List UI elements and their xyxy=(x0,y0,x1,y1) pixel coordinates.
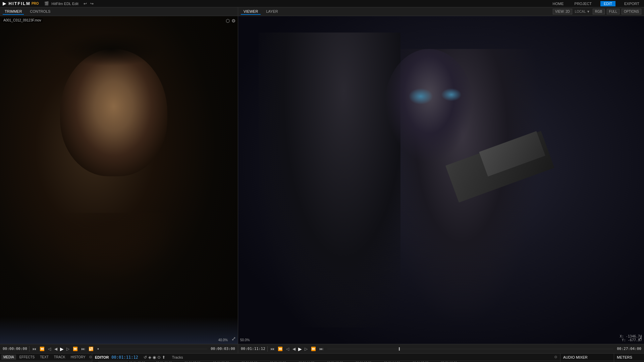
file-icon: 🎬 xyxy=(44,1,49,6)
viewer-controls-bar: VIEWER LAYER VIEW: 2D LOCAL ▼ RGB FULL O… xyxy=(238,7,644,16)
tracks-label: Tracks xyxy=(172,355,183,359)
hair-shadow xyxy=(59,33,163,66)
viewer-tab-viewer[interactable]: VIEWER xyxy=(241,9,261,15)
editor-transport-controls: ↺ ◈ ◉ ⊙ ⬆ xyxy=(144,355,165,360)
trimmer-tab[interactable]: TRIMMER xyxy=(3,9,24,15)
viewer-time-start: 00:01:11:12 xyxy=(241,347,265,351)
media-tab-track[interactable]: TRACK xyxy=(52,355,67,360)
figure-right xyxy=(259,33,401,327)
separator-1 xyxy=(29,346,30,352)
viewer-expand-btn[interactable]: ⤢ xyxy=(638,336,642,342)
viewer-options-group: VIEW: 2D LOCAL ▼ RGB FULL OPTIONS xyxy=(553,9,641,14)
viewer-play-btn[interactable]: ▶ xyxy=(298,346,302,352)
meters-title: METERS xyxy=(617,355,632,359)
nav-export[interactable]: EXPORT xyxy=(622,1,641,6)
source-video-frame xyxy=(0,16,238,344)
redo-button[interactable]: ↪ xyxy=(89,1,95,6)
source-step-fwd-btn[interactable]: ⏩ xyxy=(72,347,78,351)
media-tab-text[interactable]: TEXT xyxy=(38,355,51,360)
viewer-preview: X: -1346.74 Y: -677.37 50.0% ⤢ xyxy=(238,16,644,344)
source-prev-frame-btn[interactable]: ⏮ xyxy=(32,347,37,351)
editor-settings-icon[interactable]: ⚙ xyxy=(554,355,557,359)
full-view-btn[interactable]: FULL xyxy=(607,9,620,14)
main-container: TRIMMER CONTROLS A001_C012_09123F.mov ⚙ … xyxy=(0,7,644,353)
logo-hitfilm: ▶ HITFILM xyxy=(3,1,31,6)
editor-panel: EDITOR 00:01:11:12 ↺ ◈ ◉ ⊙ ⬆ Tracks ⚙ ◈ … xyxy=(92,354,560,362)
lower-shadow xyxy=(48,213,175,280)
undo-redo-group: ↩ ↪ xyxy=(83,1,95,6)
source-playback-controls: 00:00:00:00 ⏮ ⏪ ◁ ◀ ▶ ▷ ⏩ ⏭ 🔁 00:00:03:0… xyxy=(0,344,238,353)
editor-mark2-btn[interactable]: ◉ xyxy=(153,355,156,360)
viewer-prev-btn[interactable]: ⏮ xyxy=(270,347,275,351)
source-clip-label: A001_C012_09123F.mov xyxy=(2,18,43,22)
source-panel: TRIMMER CONTROLS A001_C012_09123F.mov ⚙ … xyxy=(0,7,238,353)
source-tabs: TRIMMER CONTROLS xyxy=(0,7,238,16)
viewer-scrubber[interactable] xyxy=(327,348,613,350)
audio-mixer-header: AUDIO MIXER xyxy=(560,354,614,361)
viewer-playback-controls: 00:01:11:12 ⏮ ⏪ ◁ ◀ ▶ ▷ ⏩ ⏭ 00:27:04:00 xyxy=(238,344,644,353)
source-mark-out-btn[interactable]: ▷ xyxy=(66,347,70,351)
color-mode-selector[interactable]: RGB xyxy=(593,9,605,14)
face-shape xyxy=(60,49,167,176)
source-mark-in-btn[interactable]: ◁ xyxy=(47,347,52,351)
logo-pro-badge: PRO xyxy=(32,2,39,5)
source-preview: A001_C012_09123F.mov ⚙ ⬡ 40.0% ⤢ xyxy=(0,16,238,344)
editor-to-start-btn[interactable]: ↺ xyxy=(144,355,147,360)
media-tab-history[interactable]: HISTORY xyxy=(69,355,88,360)
viewer-mark-out-btn[interactable]: ▷ xyxy=(304,347,308,351)
media-tab-media[interactable]: MEDIA xyxy=(1,355,16,360)
eye-left xyxy=(409,88,433,105)
options-btn[interactable]: OPTIONS xyxy=(622,9,641,14)
meters-header: METERS xyxy=(614,354,644,361)
source-playhead[interactable] xyxy=(98,348,99,350)
controls-tab[interactable]: CONTROLS xyxy=(28,9,52,15)
media-panel: MEDIA EFFECTS TEXT TRACK HISTORY ⚙ ⬇ Imp… xyxy=(0,354,92,362)
bottom-grad xyxy=(0,317,238,344)
editor-header: EDITOR 00:01:11:12 ↺ ◈ ◉ ⊙ ⬆ Tracks ⚙ xyxy=(92,354,560,361)
source-time-start: 00:00:00:00 xyxy=(3,347,27,351)
viewer-step-back-btn[interactable]: ⏪ xyxy=(277,347,283,351)
source-last-frame-btn[interactable]: ⏭ xyxy=(80,347,86,351)
bottom-section: MEDIA EFFECTS TEXT TRACK HISTORY ⚙ ⬇ Imp… xyxy=(0,353,644,362)
nav-links-group: HOME PROJECT EDIT EXPORT xyxy=(551,1,641,6)
media-tab-effects[interactable]: EFFECTS xyxy=(17,355,37,360)
viewer-panel: VIEWER LAYER VIEW: 2D LOCAL ▼ RGB FULL O… xyxy=(238,7,644,353)
editor-mark-btn[interactable]: ◈ xyxy=(148,355,151,360)
viewer-playhead[interactable] xyxy=(399,347,400,351)
audio-mixer-panel: AUDIO MIXER 12 6 0 -6 -12 -18 -24 -30 -3… xyxy=(560,354,614,362)
nav-home[interactable]: HOME xyxy=(551,1,566,6)
view-mode-selector[interactable]: VIEW: 2D xyxy=(553,9,572,14)
face-highlight xyxy=(384,49,474,164)
source-step-back-btn[interactable]: ⏪ xyxy=(39,347,45,351)
viewer-tab-layer[interactable]: LAYER xyxy=(263,9,280,15)
viewer-mark-in-btn[interactable]: ◁ xyxy=(285,347,290,351)
source-settings-icon[interactable]: ⚙ xyxy=(231,18,236,23)
source-expand-icon[interactable]: ⬡ xyxy=(226,18,230,23)
editor-mark3-btn[interactable]: ⊙ xyxy=(157,355,161,360)
separator-2 xyxy=(267,346,268,352)
eye-right xyxy=(441,88,462,101)
editor-timecode: 00:01:11:12 xyxy=(111,355,138,360)
nav-project[interactable]: PROJECT xyxy=(573,1,594,6)
source-zoom-label: 40.0% xyxy=(218,338,228,342)
editor-export-btn[interactable]: ⬆ xyxy=(162,355,165,360)
viewer-zoom-label: 50.0% xyxy=(240,338,250,342)
viewer-video-frame xyxy=(238,16,644,344)
nav-edit[interactable]: EDIT xyxy=(600,1,615,6)
media-panel-settings[interactable]: ⚙ xyxy=(89,355,92,359)
undo-button[interactable]: ↩ xyxy=(83,1,88,6)
separator-local: LOCAL ▼ xyxy=(575,10,590,13)
app-logo: ▶ HITFILM PRO xyxy=(3,1,39,6)
source-scrubber[interactable] xyxy=(98,348,207,350)
viewer-next-btn[interactable]: ⏭ xyxy=(319,347,324,351)
source-play-btn[interactable]: ▶ xyxy=(60,346,64,352)
top-nav-bar: ▶ HITFILM PRO 🎬 HitFilm EDL Edit ↩ ↪ HOM… xyxy=(0,0,644,7)
audio-mixer-title: AUDIO MIXER xyxy=(563,355,588,359)
viewer-step-fwd-btn[interactable]: ⏩ xyxy=(310,347,317,351)
source-expand-btn[interactable]: ⤢ xyxy=(231,336,236,342)
source-play-back-btn[interactable]: ◀ xyxy=(54,347,58,351)
source-time-end: 00:00:03:00 xyxy=(211,347,235,351)
editor-title-label: EDITOR xyxy=(95,355,109,359)
source-loop-btn[interactable]: 🔁 xyxy=(88,347,94,351)
viewer-play-back-btn[interactable]: ◀ xyxy=(292,347,296,351)
